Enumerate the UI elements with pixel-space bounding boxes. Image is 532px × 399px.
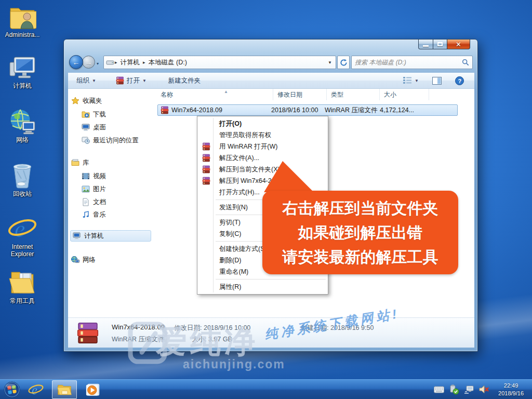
organize-button[interactable]: 组织 ▼	[72, 74, 100, 87]
network-status-icon[interactable]	[464, 385, 474, 394]
recycle-bin-icon	[10, 161, 35, 189]
details-file-name: Win7x64-2018.09	[112, 323, 165, 331]
sidebar-item-videos[interactable]: 视频	[82, 170, 163, 182]
column-header-date-modified[interactable]: 修改日期	[273, 89, 327, 100]
search-input[interactable]	[355, 59, 462, 66]
desktop-icon-network[interactable]: 网络	[1, 108, 44, 144]
sidebar-item-music[interactable]: 音乐	[82, 209, 163, 220]
menu-item-properties[interactable]: 属性(R)	[198, 281, 327, 292]
winrar-icon	[116, 76, 124, 85]
sidebar-label: 计算机	[84, 232, 104, 241]
user-folder-icon	[8, 3, 36, 30]
sidebar-item-downloads[interactable]: 下载	[82, 109, 163, 120]
menu-item-open-with-winrar[interactable]: 用 WinRAR 打开(W)	[198, 141, 327, 152]
sidebar-item-favorites[interactable]: 收藏夹	[71, 95, 152, 107]
sidebar-item-documents[interactable]: 文档	[82, 196, 163, 208]
network-icon	[71, 256, 79, 264]
file-modified: 2018/9/16 10:00	[271, 107, 325, 114]
menu-label: 剪切(T)	[219, 218, 241, 227]
winrar-icon	[202, 165, 210, 174]
minimize-icon	[423, 45, 429, 47]
menu-item-take-ownership[interactable]: 管理员取得所有权	[198, 129, 327, 141]
address-dropdown-icon[interactable]: ▼	[328, 60, 334, 65]
menu-label: 删除(D)	[219, 256, 241, 265]
search-box	[351, 56, 473, 69]
open-button[interactable]: 打开 ▼	[112, 74, 151, 87]
column-label: 名称	[161, 90, 173, 99]
sidebar-label: 桌面	[93, 123, 106, 132]
file-row-win7x64[interactable]: Win7x64-2018.09 2018/9/16 10:00 WinRAR 压…	[157, 104, 458, 116]
preview-pane-button[interactable]	[428, 75, 446, 87]
views-button[interactable]: ▼	[398, 74, 423, 87]
desktop-icon-label: 常用工具	[10, 298, 35, 305]
help-icon: ?	[455, 76, 464, 85]
taskbar-media-player-button[interactable]	[81, 380, 105, 399]
menu-label: 打开方式(H)...	[219, 188, 260, 197]
desktop-icon-internet-explorer[interactable]: e Internet Explorer	[1, 215, 44, 258]
usb-device-icon[interactable]	[449, 384, 459, 395]
column-header-size[interactable]: 大小	[380, 89, 429, 100]
menu-item-open[interactable]: 打开(O)	[198, 118, 327, 129]
desktop-icon-label: 网络	[16, 137, 29, 144]
new-folder-label: 新建文件夹	[168, 76, 201, 85]
navigation-pane: 收藏夹 下载 桌面 最近访问的位置 库 视频	[68, 89, 152, 317]
input-keyboard-icon[interactable]	[434, 386, 444, 393]
address-bar[interactable]: ▸ 计算机 ▸ 本地磁盘 (D:) ▼	[103, 56, 336, 69]
music-icon	[82, 210, 90, 219]
clock-date: 2018/9/16	[498, 390, 524, 397]
back-button[interactable]: ←	[69, 55, 83, 69]
star-icon	[71, 97, 79, 105]
sidebar-label: 图片	[93, 185, 106, 194]
forward-button[interactable]: →	[82, 56, 95, 69]
column-header-name[interactable]: 名称	[156, 89, 273, 100]
start-button[interactable]	[0, 380, 24, 399]
desktop-icon-administrator[interactable]: Administra...	[1, 3, 44, 39]
documents-icon	[82, 198, 90, 206]
menu-label: 属性(R)	[219, 283, 241, 291]
download-folder-icon	[82, 110, 90, 118]
taskbar-explorer-button[interactable]	[52, 380, 77, 399]
details-created: 创建日期: 2018/9/16 9:50	[301, 324, 374, 332]
close-button[interactable]: ✕	[447, 39, 470, 49]
minimize-button[interactable]	[418, 39, 433, 49]
sidebar-label: 下载	[93, 110, 106, 119]
media-player-icon	[86, 382, 100, 397]
sidebar-item-desktop[interactable]: 桌面	[82, 122, 163, 133]
search-icon[interactable]	[462, 59, 469, 66]
winrar-file-icon	[161, 106, 169, 114]
window-caption-buttons: ✕	[418, 39, 470, 49]
breadcrumb-computer[interactable]: 计算机	[118, 58, 143, 67]
menu-label: 管理员取得所有权	[219, 131, 271, 140]
column-label: 大小	[384, 90, 396, 99]
history-dropdown-icon[interactable]: ▾	[97, 61, 99, 66]
volume-muted-icon[interactable]	[479, 385, 489, 394]
sidebar-item-network[interactable]: 网络	[71, 254, 152, 265]
chevron-down-icon: ▼	[92, 78, 96, 83]
sidebar-item-computer[interactable]: 计算机	[70, 230, 151, 242]
taskbar-ie-button[interactable]: e	[24, 380, 48, 399]
sidebar-item-pictures[interactable]: 图片	[82, 183, 163, 195]
sidebar-item-libraries[interactable]: 库	[71, 157, 152, 168]
menu-label: 发送到(N)	[219, 203, 248, 212]
back-arrow-icon: ←	[73, 59, 80, 66]
sidebar-label: 文档	[93, 198, 106, 207]
taskbar: e	[0, 379, 532, 399]
winrar-icon	[202, 142, 210, 151]
desktop-icon-computer[interactable]: 计算机	[1, 55, 44, 90]
column-header-type[interactable]: 类型	[327, 89, 380, 100]
taskbar-clock[interactable]: 22:49 2018/9/16	[494, 382, 528, 397]
breadcrumb-local-disk-d[interactable]: 本地磁盘 (D:)	[146, 58, 190, 67]
sidebar-label: 库	[83, 158, 89, 167]
desktop-icon-recycle-bin[interactable]: 回收站	[1, 161, 44, 198]
maximize-button[interactable]	[433, 39, 447, 49]
sidebar-item-recent-places[interactable]: 最近访问的位置	[82, 135, 163, 146]
pictures-icon	[82, 185, 90, 193]
file-name: Win7x64-2018.09	[171, 107, 271, 114]
help-button[interactable]: ?	[451, 74, 468, 87]
internet-explorer-icon: e	[28, 382, 44, 397]
desktop-icon-common-tools[interactable]: 常用工具	[1, 269, 44, 305]
desktop-icon-label: Administra...	[5, 32, 40, 39]
new-folder-button[interactable]: 新建文件夹	[164, 74, 205, 87]
winrar-icon	[202, 154, 210, 162]
refresh-button[interactable]	[337, 56, 350, 69]
